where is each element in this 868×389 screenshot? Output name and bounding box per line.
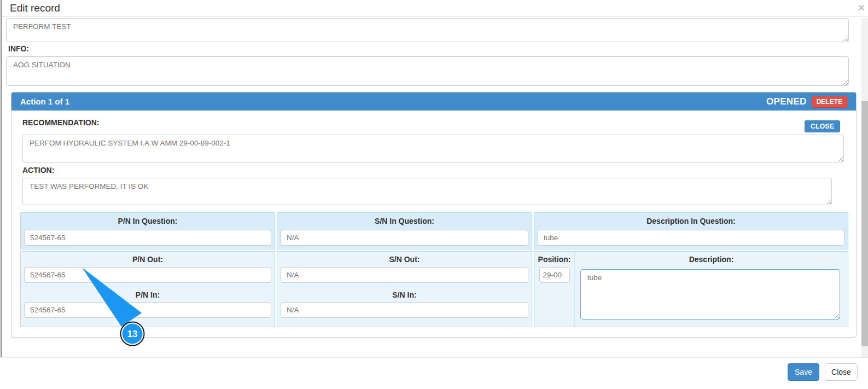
description-column: Description: tube <box>575 252 848 327</box>
sn-in-question-cell: S/N In Question: <box>277 212 532 249</box>
pn-in-input[interactable] <box>24 302 271 318</box>
action-textarea-wrap: TEST WAS PERFORMED. IT IS OK <box>22 178 832 205</box>
sn-out-input[interactable] <box>281 267 528 283</box>
recommendation-textarea-wrap: PERFOM HYDRAULIC SYSTEM I.A.W AMM 29-00-… <box>22 135 844 162</box>
pn-in-label: P/N In: <box>21 287 275 302</box>
info-textarea[interactable]: AOG SITUATION <box>6 56 849 86</box>
sn-in-label: S/N In: <box>277 287 532 302</box>
description-textarea-wrap: tube <box>580 269 840 320</box>
delete-button[interactable]: DELETE <box>812 96 847 108</box>
close-icon[interactable]: × <box>858 2 865 13</box>
sn-out-label: S/N Out: <box>277 252 532 267</box>
sn-in-question-input[interactable] <box>281 230 528 246</box>
modal-header: Edit record × <box>2 0 868 17</box>
sn-in-input[interactable] <box>281 302 528 318</box>
action-textarea[interactable]: TEST WAS PERFORMED. IT IS OK <box>22 178 832 205</box>
info-label: INFO: <box>8 44 29 53</box>
position-input[interactable] <box>539 267 570 283</box>
action-panel: Action 1 of 1 OPENED DELETE RECOMMENDATI… <box>11 92 857 338</box>
close-button[interactable]: Close <box>825 363 858 381</box>
pn-in-question-cell: P/N In Question: <box>20 212 275 249</box>
sn-out-in-cell: S/N Out: S/N In: <box>277 251 532 327</box>
sn-in-question-label: S/N In Question: <box>277 213 532 230</box>
pn-out-in-cell: P/N Out: P/N In: <box>20 251 275 327</box>
top-textarea[interactable]: PERFORM TEST <box>6 18 849 42</box>
top-textarea-wrap: PERFORM TEST <box>6 18 849 42</box>
modal-title: Edit record <box>10 2 60 14</box>
pn-in-question-input[interactable] <box>24 230 271 246</box>
action-panel-title: Action 1 of 1 <box>20 97 69 106</box>
info-textarea-wrap: AOG SITUATION <box>6 56 849 86</box>
status-text: OPENED <box>766 96 807 107</box>
action-panel-heading: Action 1 of 1 OPENED DELETE <box>11 92 856 111</box>
pn-out-label: P/N Out: <box>21 252 275 267</box>
recommendation-textarea[interactable]: PERFOM HYDRAULIC SYSTEM I.A.W AMM 29-00-… <box>22 135 844 162</box>
action-label: ACTION: <box>22 166 54 175</box>
description-textarea[interactable]: tube <box>580 269 840 320</box>
description-in-question-input[interactable] <box>538 230 844 246</box>
recommendation-label: RECOMMENDATION: <box>22 118 100 127</box>
pn-in-question-label: P/N In Question: <box>21 213 275 230</box>
modal-left-border <box>1 0 2 357</box>
scrollbar-thumb[interactable] <box>861 101 868 346</box>
pn-out-input[interactable] <box>24 267 271 283</box>
description-label: Description: <box>575 252 848 267</box>
action-heading-right: OPENED DELETE <box>766 96 847 108</box>
footer-divider <box>0 357 868 358</box>
position-label: Position: <box>534 252 574 267</box>
description-in-question-cell: Description In Question: <box>534 212 848 249</box>
description-in-question-label: Description In Question: <box>534 213 848 230</box>
save-button[interactable]: Save <box>788 363 819 381</box>
position-description-cell: Position: Description: tube <box>534 251 848 327</box>
close-action-button[interactable]: CLOSE <box>805 120 840 132</box>
edit-record-modal: Edit record × PERFORM TEST INFO: AOG SIT… <box>0 0 868 389</box>
position-column: Position: <box>534 252 575 327</box>
parts-table: P/N In Question: S/N In Question: Descri… <box>20 212 848 327</box>
